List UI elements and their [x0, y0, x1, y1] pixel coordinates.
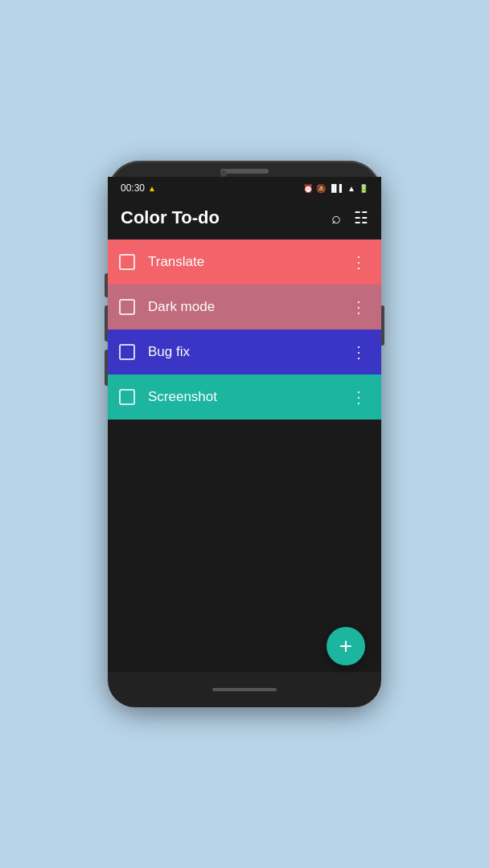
add-icon: + — [339, 635, 352, 657]
todo-label-screenshot: Screenshot — [148, 389, 347, 405]
volume-icon: 🔕 — [316, 184, 326, 193]
todo-label-translate: Translate — [148, 254, 347, 270]
time-display: 00:30 — [121, 182, 145, 194]
todo-item-bugfix[interactable]: Bug fix ⋮ — [108, 330, 381, 375]
battery-icon: 🔋 — [359, 184, 368, 193]
header-actions: ⌕ ☷ — [331, 208, 368, 227]
todo-list: Translate ⋮ Dark mode ⋮ Bug fix ⋮ Screen… — [108, 240, 381, 672]
search-icon[interactable]: ⌕ — [331, 209, 341, 227]
checkbox-bugfix[interactable] — [119, 344, 135, 360]
checkbox-translate[interactable] — [119, 254, 135, 270]
todo-label-darkmode: Dark mode — [148, 299, 347, 315]
alert-icon: ▲ — [148, 184, 156, 193]
more-menu-translate[interactable]: ⋮ — [347, 249, 370, 275]
checkbox-darkmode[interactable] — [119, 299, 135, 315]
checkbox-screenshot[interactable] — [119, 389, 135, 405]
phone-top-area — [108, 161, 381, 177]
signal-icon: ▐▌▌ — [329, 184, 344, 192]
phone-device: 00:30 ▲ ⏰ 🔕 ▐▌▌ ▲ 🔋 Color To-do ⌕ ☷ — [108, 161, 381, 707]
status-bar: 00:30 ▲ ⏰ 🔕 ▐▌▌ ▲ 🔋 — [108, 177, 381, 199]
wifi-icon: ▲ — [347, 184, 355, 193]
alarm-icon: ⏰ — [303, 184, 313, 193]
app-header: Color To-do ⌕ ☷ — [108, 199, 381, 240]
todo-label-bugfix: Bug fix — [148, 344, 347, 360]
phone-speaker — [220, 169, 269, 174]
todo-item-darkmode[interactable]: Dark mode ⋮ — [108, 285, 381, 330]
todo-item-screenshot[interactable]: Screenshot ⋮ — [108, 375, 381, 420]
todo-item-translate[interactable]: Translate ⋮ — [108, 240, 381, 285]
front-camera — [220, 170, 227, 177]
status-icons-area: ⏰ 🔕 ▐▌▌ ▲ 🔋 — [303, 184, 368, 193]
more-menu-darkmode[interactable]: ⋮ — [347, 294, 370, 320]
filter-icon[interactable]: ☷ — [354, 208, 368, 227]
status-time-area: 00:30 ▲ — [121, 182, 156, 194]
power-button — [381, 305, 384, 346]
more-menu-screenshot[interactable]: ⋮ — [347, 384, 370, 410]
more-menu-bugfix[interactable]: ⋮ — [347, 339, 370, 365]
home-bar — [212, 688, 277, 691]
app-title: Color To-do — [121, 207, 220, 228]
add-task-button[interactable]: + — [327, 627, 365, 665]
phone-bottom-bar — [108, 672, 381, 707]
phone-screen: 00:30 ▲ ⏰ 🔕 ▐▌▌ ▲ 🔋 Color To-do ⌕ ☷ — [108, 177, 381, 672]
